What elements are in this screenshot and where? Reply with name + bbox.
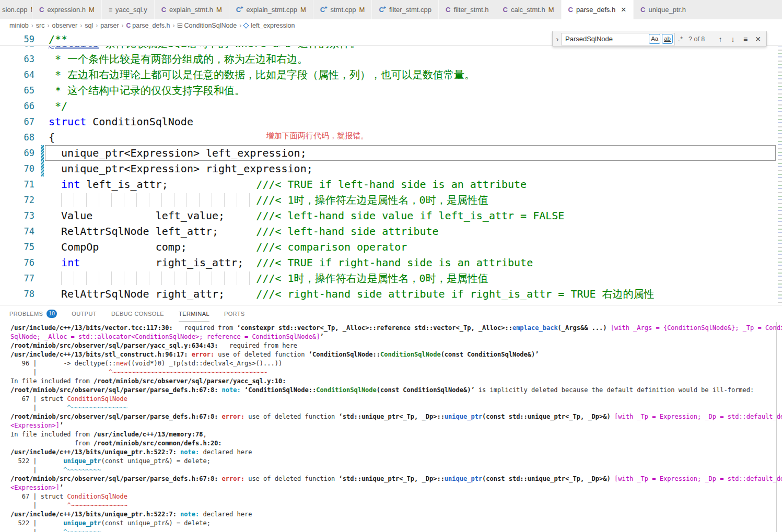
code-line-72[interactable]: 72 ///< 1时，操作符左边是属性名，0时，是属性值 [0,192,782,208]
breadcrumb-symbol[interactable]: ConditionSqlNode [178,22,237,29]
panel-tab-problems[interactable]: PROBLEMS10 [9,305,57,322]
terminal-line: /root/miniob/src/observer/sql/parser/par… [10,475,775,483]
code-line-69[interactable]: 69 unique_ptr<Expression> left_expressio… [0,145,782,161]
tab-label: stmt.cpp [330,6,356,14]
breadcrumb-item[interactable]: sql [85,22,93,29]
panel-tab-label: OUTPUT [72,311,97,317]
terminal-line: In file included from /root/miniob/src/o… [10,377,775,386]
breadcrumb-item[interactable]: parser [100,22,119,29]
minimap[interactable] [778,31,782,305]
terminal-line: In file included from /usr/include/c++/1… [10,430,775,439]
previous-match-button[interactable]: ↑ [714,35,727,43]
code-text: RelAttrSqlNode left_attr; ///< left-hand… [45,223,439,239]
tab-filter_stmt.h[interactable]: Cfilter_stmt.h [439,0,496,19]
line-number: 67 [24,116,34,127]
code-line-67[interactable]: 67struct ConditionSqlNode [0,114,782,129]
terminal-line: /usr/include/c++/13/bits/stl_construct.h… [10,350,775,359]
code-text: */ [45,98,67,114]
terminal-line: /usr/include/c++/13/bits/vector.tcc:117:… [10,324,775,333]
breadcrumb-item[interactable]: src [36,22,45,29]
panel-tab-debug-console[interactable]: DEBUG CONSOLE [111,305,164,322]
code-text: { [45,129,55,145]
code-editor[interactable]: 59/**62@details 条件比较就是SQL语句中的 where a>b … [0,31,782,305]
close-find-button[interactable]: ✕ [752,35,764,43]
terminal-line: | ^~~~~~~~~~ [10,466,775,475]
line-number: 74 [24,226,34,237]
line-number-gutter: 72 [0,192,45,208]
panel-tab-ports[interactable]: PORTS [224,305,245,322]
find-input[interactable]: ParsedSqlNode Aa ab [561,33,675,45]
tab-yacc_sql.y[interactable]: ≡yacc_sql.y [102,0,155,19]
struct-symbol-icon [178,23,182,28]
tab-parse_defs.h[interactable]: Cparse_defs.h✕ [562,0,634,19]
code-line-77[interactable]: 77 ///< 1时，操作符右边是属性名，0时，是属性值 [0,270,782,286]
breadcrumb-symbol[interactable]: left_expression [244,22,295,29]
terminal-output[interactable]: /usr/include/c++/13/bits/vector.tcc:117:… [0,322,782,532]
tab-expression.h[interactable]: Cexpression.hM [32,0,102,19]
code-line-78[interactable]: 78 RelAttrSqlNode right_attr; ///< right… [0,286,782,302]
line-number: 70 [24,163,34,174]
chevron-right-icon: › [48,22,50,29]
tab-label: explain_stmt.h [169,6,213,14]
c-file-icon: C [640,6,645,14]
code-line-75[interactable]: 75 CompOp comp; ///< comparison operator [0,239,782,255]
terminal-scrollbar[interactable] [776,322,777,532]
modified-badge: M [300,6,306,14]
code-line-73[interactable]: 73 Value left_value; ///< left-hand side… [0,208,782,223]
breadcrumb-item[interactable]: observer [52,22,78,29]
terminal-line: 67 | struct ConditionSqlNode [10,492,775,501]
line-number: 71 [24,179,34,190]
tab-calc_stmt.h[interactable]: Ccalc_stmt.hM [496,0,562,19]
breadcrumb-item[interactable]: miniob [9,22,29,29]
tab-stmt.cpp[interactable]: C+stmt.cppM [313,0,372,19]
tab-close-icon[interactable]: ✕ [621,6,626,14]
line-number: 64 [24,69,34,80]
whole-word-toggle[interactable]: ab [662,34,673,44]
code-text: int left_is_attr; ///< TRUE if left-hand… [45,176,527,192]
code-line-66[interactable]: 66 */ [0,98,782,114]
code-line-65[interactable]: 65 * 这个结构中记录的仅仅支持字段和值。 [0,82,782,98]
code-line-76[interactable]: 76 int right_is_attr; ///< TRUE if right… [0,255,782,270]
panel-tab-terminal[interactable]: TERMINAL [179,305,209,322]
match-case-toggle[interactable]: Aa [649,34,660,44]
code-text: * 这个结构中记录的仅仅支持字段和值。 [45,82,245,98]
line-number-gutter: 62 [0,46,45,51]
panel-tab-output[interactable]: OUTPUT [72,305,97,322]
field-symbol-icon [243,22,249,28]
code-line-68[interactable]: 68{增加下面两行代码，就报错。 [0,129,782,145]
tab-sion.cpp[interactable]: sion.cppM [0,0,32,19]
tab-explain_stmt.cpp[interactable]: C+explain_stmt.cppM [229,0,313,19]
line-number-gutter: 76 [0,255,45,270]
code-line-63[interactable]: 63 * 一个条件比较是有两部分组成的，称为左边和右边。 [0,51,782,67]
terminal-line: | ^~~~~~~~~~ [10,528,775,532]
terminal-line: /usr/include/c++/13/bits/unique_ptr.h:52… [10,448,775,457]
line-number: 63 [24,54,34,64]
code-text: * 左边和右边理论上都可以是任意的数据，比如是字段（属性，列），也可以是数值常量… [45,67,475,82]
code-line-74[interactable]: 74 RelAttrSqlNode left_attr; ///< left-h… [0,223,782,239]
toggle-replace-chevron-icon[interactable]: › [554,34,561,43]
tab-label: filter_stmt.h [453,6,488,14]
tab-label: parse_defs.h [576,6,615,14]
regex-toggle[interactable]: .* [678,36,683,43]
find-in-selection-button[interactable]: ≡ [739,35,752,43]
code-line-64[interactable]: 64 * 左边和右边理论上都可以是任意的数据，比如是字段（属性，列），也可以是数… [0,67,782,82]
code-lines: 59/**62@details 条件比较就是SQL语句中的 where a>b … [0,31,782,302]
line-number-gutter: 67 [0,114,45,129]
code-line-70[interactable]: 70 unique_ptr<Expression> right_expressi… [0,161,782,176]
code-text: ///< 1时，操作符左边是属性名，0时，是属性值 [45,192,488,208]
code-line-71[interactable]: 71 int left_is_attr; ///< TRUE if left-h… [0,176,782,192]
cpp-file-icon: C+ [379,5,386,14]
terminal-line: | ^~~~~~~~~~~~~~~~~~~~~~~~~~~~~~~~~~~~~~… [10,368,775,377]
line-number: 69 [24,148,34,158]
problems-count-badge: 10 [46,310,57,318]
chevron-right-icon: › [173,22,175,29]
next-match-button[interactable]: ↓ [727,35,739,43]
tab-filter_stmt.cpp[interactable]: C+filter_stmt.cpp [372,0,439,19]
terminal-line: 96 | -> decltype(::new((void*)0) _Tp(std… [10,359,775,368]
annotation-note: 增加下面两行代码，就报错。 [266,131,368,141]
breadcrumb-file[interactable]: Cparse_defs.h [126,22,170,29]
code-text: * 一个条件比较是有两部分组成的，称为左边和右边。 [45,51,308,67]
tab-explain_stmt.h[interactable]: Cexplain_stmt.hM [155,0,229,19]
terminal-line: | ^~~~~~~~~~~~~~~~ [10,404,775,412]
tab-unique_ptr.h[interactable]: Cunique_ptr.h [634,0,782,19]
